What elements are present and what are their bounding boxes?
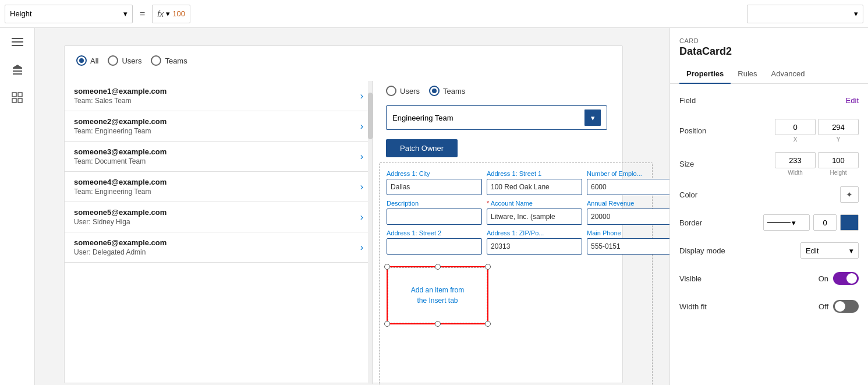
svg-marker-6 xyxy=(13,65,22,68)
form-input-phone[interactable] xyxy=(587,238,669,255)
list-item[interactable]: someone3@example.com Team: Document Team… xyxy=(65,142,373,172)
border-width-input[interactable] xyxy=(813,214,837,231)
radio-all[interactable]: All xyxy=(76,55,98,66)
list-item[interactable]: someone6@example.com User: Delegated Adm… xyxy=(65,232,373,263)
svg-rect-1 xyxy=(12,41,23,43)
list-item-sub-5: User: Delegated Admin xyxy=(74,248,360,256)
selection-handle-bm xyxy=(435,321,441,327)
form-input-street1[interactable] xyxy=(487,179,582,195)
width-fit-toggle[interactable] xyxy=(833,300,859,313)
list-item-name-5: someone6@example.com xyxy=(74,238,360,247)
equals-symbol: = xyxy=(137,9,147,19)
border-color-swatch[interactable] xyxy=(840,214,859,231)
list-panel: someone1@example.com Team: Sales Team › … xyxy=(65,81,373,384)
height-dropdown[interactable]: Height ▾ xyxy=(5,5,133,23)
form-input-account[interactable] xyxy=(487,209,582,225)
scrollbar-thumb[interactable] xyxy=(368,93,373,139)
inner-radio-teams-label: Teams xyxy=(443,87,465,96)
list-chevron-icon-1: › xyxy=(360,121,363,132)
border-label: Border xyxy=(679,218,732,227)
svg-rect-9 xyxy=(12,98,16,103)
form-area: Address 1: City Address 1: Street 1 Numb… xyxy=(379,163,653,385)
edit-link[interactable]: Edit xyxy=(846,96,859,105)
tab-properties[interactable]: Properties xyxy=(679,65,731,84)
inner-radio-teams[interactable]: Teams xyxy=(429,86,465,96)
width-fit-toggle-knob xyxy=(835,301,845,312)
tab-advanced[interactable]: Advanced xyxy=(764,65,812,84)
form-field-zip: Address 1: ZIP/Po... xyxy=(487,229,582,255)
formula-bar[interactable]: fx ▾ 100 xyxy=(152,5,190,23)
inner-radio-users-circle xyxy=(386,86,396,96)
card-placeholder[interactable]: Add an item fromthe Insert tab xyxy=(387,266,488,324)
list-item-name-4: someone5@example.com xyxy=(74,208,360,217)
top-bar: Height ▾ = fx ▾ 100 ▾ xyxy=(0,0,868,28)
form-input-city[interactable] xyxy=(387,179,482,195)
form-field-street2: Address 1: Street 2 xyxy=(387,229,482,255)
props-header: CARD DataCard2 xyxy=(670,28,868,60)
visible-toggle[interactable] xyxy=(833,272,859,285)
card-container: Card Add an item fromthe Insert tab xyxy=(387,266,645,324)
height-sub-label: Height xyxy=(830,169,847,176)
radio-users[interactable]: Users xyxy=(108,55,141,66)
svg-rect-2 xyxy=(12,45,23,46)
team-dropdown-row: Engineering Team ▾ xyxy=(379,101,623,135)
card-title: DataCard2 xyxy=(679,45,859,58)
form-input-revenue[interactable] xyxy=(587,209,669,225)
visible-toggle-container: On xyxy=(819,272,859,285)
visible-row: Visible On xyxy=(679,269,859,288)
position-y-input[interactable] xyxy=(818,119,859,135)
form-grid: Address 1: City Address 1: Street 1 Numb… xyxy=(387,170,645,255)
form-input-employees[interactable] xyxy=(587,179,669,195)
list-item[interactable]: someone1@example.com Team: Sales Team › xyxy=(65,81,373,111)
display-mode-select[interactable]: Edit ▾ xyxy=(800,242,859,259)
radio-users-circle xyxy=(108,55,118,66)
size-row: Size Width Height xyxy=(679,152,859,176)
top-right-dropdown[interactable]: ▾ xyxy=(747,5,863,23)
fx-icon: fx xyxy=(157,9,164,19)
inner-radio-users[interactable]: Users xyxy=(386,86,420,96)
sidebar-grid-icon[interactable] xyxy=(10,91,24,105)
list-item[interactable]: someone5@example.com User: Sidney Higa › xyxy=(65,202,373,232)
sidebar-menu-icon[interactable] xyxy=(10,35,24,49)
left-sidebar xyxy=(0,28,35,385)
list-item[interactable]: someone4@example.com Team: Engineering T… xyxy=(65,172,373,202)
list-item-name-0: someone1@example.com xyxy=(74,87,360,96)
height-label: Height xyxy=(10,9,32,18)
position-x-input[interactable] xyxy=(775,119,816,135)
form-label-description: Description xyxy=(387,200,482,207)
list-chevron-icon-2: › xyxy=(360,151,363,162)
form-input-description[interactable] xyxy=(387,209,482,225)
visible-label: Visible xyxy=(679,274,732,283)
form-label-phone: Main Phone xyxy=(587,229,669,236)
size-label: Size xyxy=(679,160,732,168)
position-inputs: X Y xyxy=(775,119,859,143)
form-input-street2[interactable] xyxy=(387,238,482,255)
tab-rules[interactable]: Rules xyxy=(731,65,764,84)
list-item-name-3: someone4@example.com xyxy=(74,178,360,186)
border-style-select[interactable]: ▾ xyxy=(763,214,810,231)
top-right-chevron-icon: ▾ xyxy=(854,9,858,18)
selection-handle-tl xyxy=(384,264,390,270)
width-fit-state-label: Off xyxy=(819,302,828,311)
color-swatch[interactable]: ✦ xyxy=(840,186,859,203)
patch-owner-button[interactable]: Patch Owner xyxy=(386,139,458,157)
sidebar-layers-icon[interactable] xyxy=(10,63,24,77)
form-input-zip[interactable] xyxy=(487,238,582,255)
visible-toggle-knob xyxy=(846,273,857,284)
svg-rect-3 xyxy=(13,68,22,69)
main-canvas: All Users Teams someone1@example.com Tea… xyxy=(35,28,669,385)
list-item[interactable]: someone2@example.com Team: Engineering T… xyxy=(65,111,373,142)
inner-radio-teams-circle xyxy=(429,86,440,96)
card-type-label: CARD xyxy=(679,37,859,44)
selection-handle-bl xyxy=(384,321,390,327)
svg-rect-7 xyxy=(12,93,16,97)
radio-teams[interactable]: Teams xyxy=(151,55,187,66)
size-width-input[interactable] xyxy=(775,152,816,168)
width-fit-label: Width fit xyxy=(679,302,732,311)
size-height-input[interactable] xyxy=(818,152,859,168)
border-style-chevron-icon: ▾ xyxy=(792,218,796,227)
color-label: Color xyxy=(679,190,732,199)
team-dropdown[interactable]: Engineering Team ▾ xyxy=(386,105,607,130)
position-label: Position xyxy=(679,126,732,135)
form-label-employees: Number of Emplo... xyxy=(587,170,669,177)
